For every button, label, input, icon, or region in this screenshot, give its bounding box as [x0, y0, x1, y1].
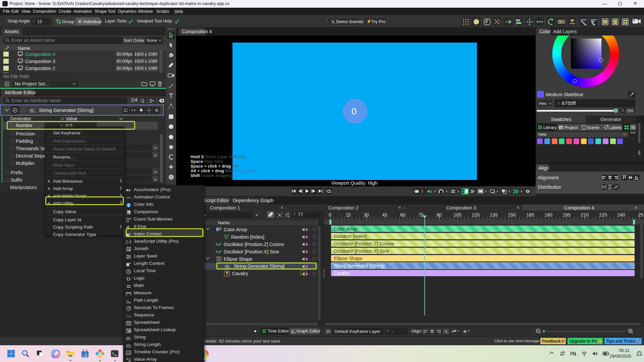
svg-text:JS: JS — [127, 249, 130, 251]
svg-text:z: z — [639, 351, 640, 354]
svg-text:abc: abc — [126, 344, 131, 347]
svg-text:abc: abc — [126, 336, 131, 340]
svg-text:0: 0 — [127, 352, 129, 355]
svg-text:1,2,3: 1,2,3 — [126, 315, 131, 318]
svg-text:abc: abc — [30, 108, 35, 112]
